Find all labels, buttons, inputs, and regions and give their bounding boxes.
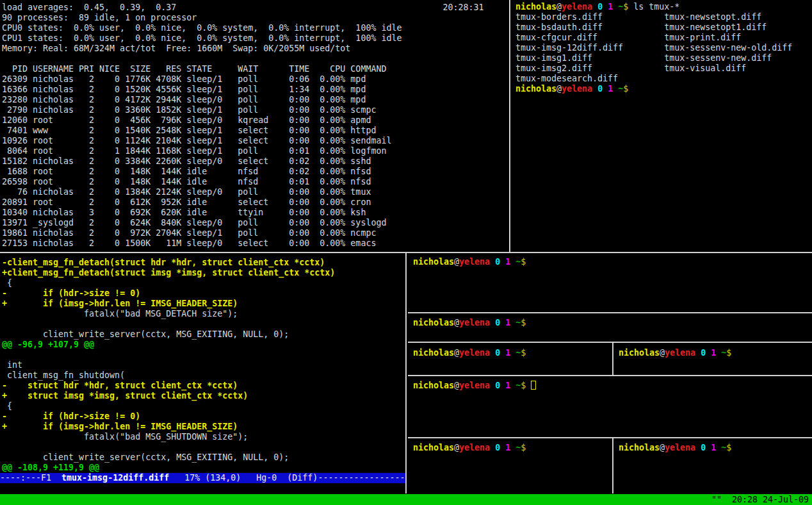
process-row: 8064 root 2 1 1844K 1168K sleep/1 poll 0… — [2, 146, 386, 156]
process-row: 23280 nicholas 2 0 4172K 2944K sleep/0 p… — [2, 95, 366, 104]
diff-line: + struct imsg *imsg, struct client_ctx *… — [2, 391, 248, 401]
pane-emacs-diff[interactable]: -client_msg_fn_detach(struct hdr *hdr, s… — [0, 253, 405, 493]
diff-line: client_write_server(cctx, MSG_EXITING, N… — [2, 329, 289, 339]
pane-shell-d[interactable]: nicholas@yelena 0 1 ~$ — [613, 343, 812, 375]
diff-line: - if (hdr->size != 0) — [2, 288, 140, 298]
shell-prompt: nicholas@yelena 0 1 ~$ — [413, 381, 526, 390]
shell-prompt: nicholas@yelena 0 1 ~$ — [516, 2, 628, 12]
tmux-status-bar: [0] 0:irssi# 1:todo 2:ncmpc- 3:mutt 4:ss… — [0, 494, 812, 505]
shell-command-line: nicholas@yelena 0 1 ~$ ls tmux-* — [516, 2, 812, 12]
modeline-info: 17% (134,0) Hg-0 (Diff) — [169, 473, 318, 483]
diff-line: - if (hdr->size != 0) — [2, 411, 140, 421]
file-entry-row: tmux-modesearch.diff — [516, 74, 618, 83]
pane-shell-f[interactable]: nicholas@yelena 0 1 ~$ — [408, 438, 612, 493]
file-entry-row: tmux-imsg2.diff tmux-visual.diff — [516, 63, 746, 73]
diff-line: -client_msg_fn_detach(struct hdr *hdr, s… — [2, 258, 325, 267]
modeline-prefix: ----:---F1 — [0, 473, 61, 483]
process-row: 16366 nicholas 2 0 1520K 4556K sleep/1 p… — [2, 85, 366, 94]
shell-prompt: nicholas@yelena 0 1 ~$ — [413, 348, 526, 358]
diff-line: @@ -96,9 +107,9 @@ — [2, 340, 94, 349]
process-row: 7401 www 2 0 1540K 2548K sleep/1 select … — [2, 126, 376, 135]
pane-shell-e-active[interactable]: nicholas@yelena 0 1 ~$ — [408, 376, 812, 437]
shell-prompt: nicholas@yelena 0 1 ~$ — [413, 318, 526, 327]
pane-shell-g[interactable]: nicholas@yelena 0 1 ~$ — [613, 438, 812, 493]
process-row: 15182 nicholas 2 0 3384K 2260K sleep/0 s… — [2, 156, 371, 166]
diff-line: - struct hdr *hdr, struct client_ctx *cc… — [2, 381, 238, 390]
process-row: 1688 root 2 0 148K 144K idle nfsd 0:02 0… — [2, 167, 371, 176]
diff-line: + if (imsg->hdr.len != IMSG_HEADER_SIZE) — [2, 299, 238, 308]
diff-line: fatalx("bad MSG_DETACH size"); — [2, 309, 238, 319]
process-row: 26309 nicholas 2 0 1776K 4708K sleep/1 p… — [2, 74, 366, 84]
diff-buffer: -client_msg_fn_detach(struct hdr *hdr, s… — [2, 258, 335, 473]
process-row: 20891 root 2 0 612K 952K idle select 0:0… — [2, 197, 371, 207]
shell-prompt: nicholas@yelena 0 1 ~$ — [619, 348, 731, 358]
diff-line: @@ -108,9 +119,9 @@ — [2, 463, 99, 472]
shell-prompt-line: nicholas@yelena 0 1 ~$ — [516, 84, 812, 94]
pane-shell-a[interactable]: nicholas@yelena 0 1 ~$ — [408, 253, 812, 312]
process-row: 10340 nicholas 3 0 692K 620K idle ttyin … — [2, 208, 366, 217]
pane-shell-c[interactable]: nicholas@yelena 0 1 ~$ — [408, 343, 612, 375]
diff-line: client_write_server(cctx, MSG_EXITING, N… — [2, 452, 289, 462]
ls-output: tmux-borders.diff tmux-newsetopt.diff tm… — [516, 12, 812, 84]
pane-shell-ls[interactable]: nicholas@yelena 0 1 ~$ ls tmux-* tmux-bo… — [510, 0, 812, 252]
process-row: 19861 nicholas 2 0 972K 2704K sleep/1 po… — [2, 228, 376, 238]
terminal-cursor — [531, 381, 536, 390]
shell-prompt: nicholas@yelena 0 1 ~$ — [413, 257, 526, 267]
process-row: 12060 root 2 0 456K 796K sleep/0 kqread … — [2, 115, 371, 125]
pane-border-vertical-bottom — [405, 253, 407, 493]
shell-prompt: nicholas@yelena 0 1 ~$ — [516, 84, 628, 94]
file-entry-row: tmux-cfgcur.diff tmux-print.diff — [516, 33, 741, 42]
emacs-modeline: ----:---F1 tmux-imsg-12diff.diff 17% (13… — [0, 473, 405, 483]
diff-line: fatalx("bad MSG_SHUTDOWN size"); — [2, 432, 248, 442]
process-row: 27153 nicholas 2 0 1500K 11M sleep/0 sel… — [2, 238, 376, 248]
process-row: 10926 root 2 0 1124K 2104K sleep/1 selec… — [2, 136, 391, 145]
top-output: load averages: 0.45, 0.39, 0.37 20:28:31… — [2, 3, 484, 249]
process-row: 76 nicholas 2 0 1384K 2124K sleep/0 poll… — [2, 187, 371, 197]
process-row: 2790 nicholas 2 0 3360K 1852K sleep/1 po… — [2, 105, 376, 115]
shell-prompt: nicholas@yelena 0 1 ~$ — [413, 443, 526, 452]
shell-prompt: nicholas@yelena 0 1 ~$ — [619, 443, 731, 452]
status-right: "" 20:28 24-Jul-09 — [711, 494, 809, 505]
file-entry-row: tmux-bsdauth.diff tmux-newsetopt1.diff — [516, 22, 767, 32]
file-entry-row: tmux-imsg-12diff.diff tmux-sessenv-new-o… — [516, 43, 792, 53]
modeline-buffer-name: tmux-imsg-12diff.diff — [61, 473, 169, 483]
diff-line: + if (imsg->hdr.len != IMSG_HEADER_SIZE) — [2, 422, 238, 431]
diff-line: +client_msg_fn_detach(struct imsg *imsg,… — [2, 268, 335, 277]
modeline-dashes: -------------------------------- — [318, 473, 405, 483]
diff-line: { — [2, 278, 12, 288]
tmux-screen: load averages: 0.45, 0.39, 0.37 20:28:31… — [0, 0, 812, 505]
diff-line: client_msg_fn_shutdown( — [2, 370, 125, 380]
diff-line: int — [2, 360, 22, 370]
pane-shell-b[interactable]: nicholas@yelena 0 1 ~$ — [408, 313, 812, 342]
file-entry-row: tmux-imsg1.diff tmux-sessenv-new.diff — [516, 53, 772, 63]
command-text: ls tmux-* — [628, 2, 679, 12]
pane-process-monitor[interactable]: load averages: 0.45, 0.39, 0.37 20:28:31… — [0, 0, 509, 252]
process-row: 13971 _syslogd 2 0 624K 840K sleep/0 pol… — [2, 218, 386, 228]
file-entry-row: tmux-borders.diff tmux-newsetopt.diff — [516, 12, 761, 22]
process-row: 26598 root 2 0 148K 144K idle nfsd 0:01 … — [2, 177, 371, 186]
diff-line: { — [2, 401, 12, 411]
